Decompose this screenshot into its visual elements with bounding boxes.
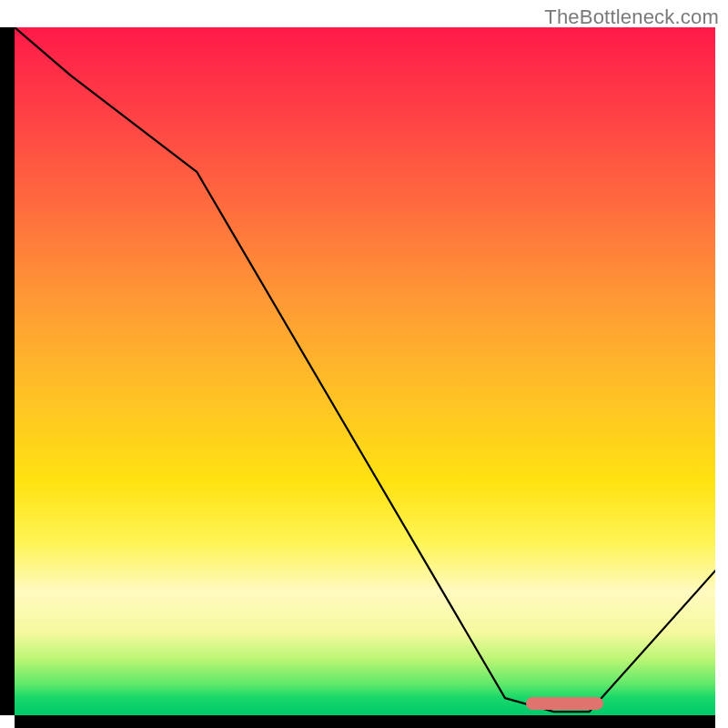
optimal-range-marker xyxy=(526,697,603,710)
x-axis xyxy=(15,715,715,728)
y-axis xyxy=(0,27,15,715)
watermark-text: TheBottleneck.com xyxy=(544,5,719,29)
plot-frame xyxy=(15,27,715,715)
bottleneck-curve xyxy=(15,27,715,715)
